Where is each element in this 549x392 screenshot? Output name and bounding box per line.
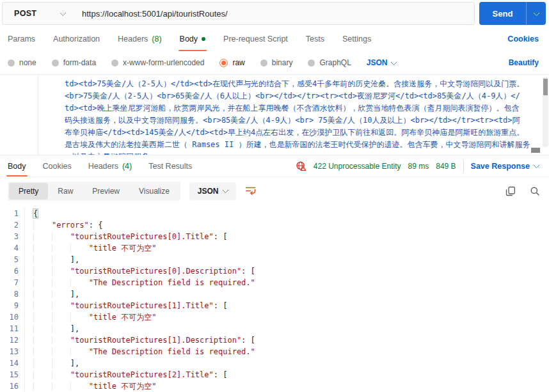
code-line: 2 "errors": { [0,219,549,231]
body-modified-dot [202,37,205,41]
response-tab-headers[interactable]: Headers(4) [88,155,132,176]
view-pretty[interactable]: Pretty [9,183,48,200]
method-label: POST [14,9,36,18]
editor-gutter [0,75,38,155]
radio-icon [308,59,315,67]
network-error-icon [296,161,306,171]
code-line: 12 "touristRoutePictures[1].Description"… [0,334,549,346]
response-body-viewer[interactable]: 1{2 "errors": {3 "touristRoutePictures[0… [0,205,549,392]
mode-raw[interactable]: raw [219,58,244,67]
code-line: 5 ], [0,254,549,265]
request-body-editor[interactable]: td><td>75美金/人（2-5人）</td><td>在现代声与光的结合下，感… [0,74,549,155]
method-select[interactable]: POST [3,3,74,24]
mode-binary[interactable]: binary [260,58,293,67]
response-view-switcher: Pretty Raw Preview Visualize [8,182,180,201]
radio-icon [8,59,15,67]
response-language-select[interactable]: JSON [189,182,236,200]
tab-authorization[interactable]: Authorization [53,27,100,51]
code-line: 8 ], [0,288,549,300]
view-preview[interactable]: Preview [83,183,129,200]
view-visualize[interactable]: Visualize [129,183,179,200]
save-response-button[interactable]: Save Response [471,162,539,171]
search-icon[interactable] [530,186,540,196]
chevron-down-icon [533,10,539,16]
code-line: 1{ [0,208,549,219]
mode-graphql[interactable]: GraphQL [308,58,351,67]
response-headers-count-badge: (4) [122,162,132,171]
code-line: 4 "title 不可为空" [0,242,549,254]
mode-none[interactable]: none [8,58,36,67]
raw-language-select[interactable]: JSON [367,58,396,67]
tab-pre-request-script[interactable]: Pre-request Script [223,27,288,51]
url-box: POST https://localhost:5001/api/touristR… [2,2,475,25]
url-input[interactable]: https://localhost:5001/api/touristRoutes… [74,3,474,24]
scrollbar-thumb[interactable] [543,79,548,95]
code-line: 11 ], [0,323,549,334]
mode-form-data[interactable]: form-data [52,58,96,67]
response-header: Body Cookies Headers(4) Test Results 422… [0,155,549,177]
editor-horizontal-scrollbar-thumb[interactable] [531,148,540,153]
radio-icon [111,59,118,67]
radio-selected-icon [219,59,228,67]
cookies-link[interactable]: Cookies [507,27,539,51]
response-size: 849 B [436,162,456,171]
request-body-lines[interactable]: td><td>75美金/人（2-5人）</td><td>在现代声与光的结合下，感… [65,78,537,155]
tab-body[interactable]: Body [180,27,206,51]
code-line: 10 "title 不可为空" [0,311,549,323]
code-line: 13 "The Description field is required." [0,346,549,357]
send-options-button[interactable] [527,2,546,25]
body-mode-row: none form-data x-www-form-urlencoded raw… [0,51,549,74]
tab-settings[interactable]: Settings [342,27,371,51]
code-line: 14 ], [0,357,549,369]
request-tabs: Params Authorization Headers(8) Body Pre… [0,27,549,51]
editor-vertical-scrollbar[interactable] [543,77,548,147]
mode-x-www-form-urlencoded[interactable]: x-www-form-urlencoded [111,58,204,67]
code-line: 15 "touristRoutePictures[2].Title": [ [0,369,549,380]
response-tab-body[interactable]: Body [8,155,26,176]
response-time: 89 ms [408,162,429,171]
chevron-down-icon [390,59,397,65]
postman-window: POST https://localhost:5001/api/touristR… [0,0,549,392]
tab-headers[interactable]: Headers(8) [118,27,162,51]
tab-tests[interactable]: Tests [306,27,324,51]
send-button[interactable]: Send [479,2,527,25]
code-line: 9 "touristRoutePictures[1].Title": [ [0,300,549,311]
chevron-down-icon [222,187,228,193]
response-tab-test-results[interactable]: Test Results [148,155,192,176]
tab-params[interactable]: Params [8,27,35,51]
response-tool-icons [505,186,540,196]
response-tab-cookies[interactable]: Cookies [43,155,72,176]
wrap-lines-icon[interactable] [245,186,256,196]
status-badge: 422 Unprocessable Entity [314,162,401,171]
radio-icon [52,59,59,67]
code-line: 16 "title 不可为空" [0,380,549,392]
copy-icon[interactable] [505,186,516,196]
divider [463,161,464,172]
chevron-down-icon [534,162,540,168]
request-url-row: POST https://localhost:5001/api/touristR… [0,0,549,27]
code-line: 3 "touristRoutePictures[0].Title": [ [0,231,549,242]
code-line: 7 "The Description field is required." [0,277,549,288]
view-raw[interactable]: Raw [48,183,83,200]
response-toolbar: Pretty Raw Preview Visualize JSON [0,177,549,205]
response-code-lines: 1{2 "errors": {3 "touristRoutePictures[0… [0,208,549,392]
response-status-group: 422 Unprocessable Entity 89 ms 849 B Sav… [296,155,539,176]
chevron-down-icon [60,10,67,16]
radio-icon [260,59,267,67]
headers-count-badge: (8) [152,35,161,43]
beautify-link[interactable]: Beautify [509,58,539,67]
send-split-button: Send [479,2,546,25]
code-line: 6 "touristRoutePictures[0].Description":… [0,265,549,277]
